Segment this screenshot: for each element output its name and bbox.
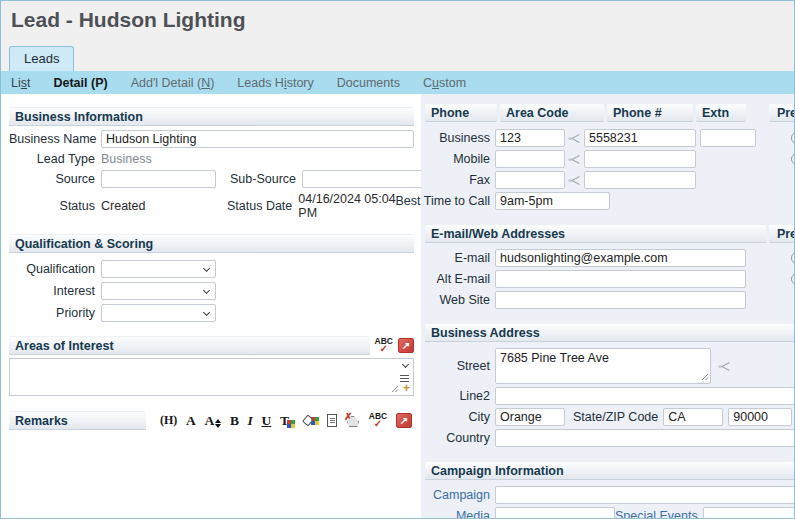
interest-label: Interest <box>9 284 101 298</box>
pref-header: Pref. <box>769 103 795 122</box>
best-time-input[interactable] <box>495 192 610 210</box>
source-label: Source <box>9 172 101 186</box>
business-name-input[interactable] <box>101 130 414 148</box>
section-campaign-information: Campaign Information <box>425 461 795 480</box>
media-input[interactable] <box>495 507 615 519</box>
clear-format-icon[interactable]: ✗ <box>346 414 360 427</box>
line2-label: Line2 <box>425 389 495 403</box>
qualification-label: Qualification <box>9 262 101 276</box>
fax-area-code-input[interactable] <box>495 171 565 189</box>
expand-icon[interactable]: ↗ <box>398 338 414 353</box>
html-icon[interactable]: (H) <box>160 413 177 428</box>
extn-header: Extn <box>696 103 746 122</box>
subtab-custom[interactable]: Custom <box>423 76 466 90</box>
country-input[interactable] <box>495 429 795 447</box>
chevron-down-icon[interactable] <box>402 361 409 368</box>
alt-email-input[interactable] <box>495 270 746 288</box>
font-icon[interactable]: A <box>186 413 196 428</box>
phone-number-header: Phone # <box>607 103 693 122</box>
business-phone-input[interactable] <box>584 129 696 147</box>
status-value: Created <box>101 199 212 213</box>
fax-label: Fax <box>425 173 495 187</box>
title-bar: Lead - Hudson Lighting <box>1 1 794 46</box>
priority-label: Priority <box>9 306 101 320</box>
city-input[interactable] <box>495 408 565 426</box>
font-size-icon[interactable]: A <box>204 413 221 428</box>
resize-grip-icon[interactable] <box>391 385 399 393</box>
business-pref-radio[interactable] <box>791 132 795 144</box>
text-color-icon[interactable]: T <box>280 413 295 428</box>
add-icon[interactable]: + <box>403 382 410 394</box>
subtab-detail[interactable]: Detail (P) <box>53 76 107 90</box>
status-label: Status <box>9 199 101 213</box>
section-remarks: Remarks <box>9 411 146 430</box>
web-site-label: Web Site <box>425 293 495 307</box>
section-email-web: E-mail/Web Addresses <box>425 224 766 243</box>
state-input[interactable] <box>663 408 723 426</box>
mobile-phone-label: Mobile <box>425 152 495 166</box>
chevron-down-icon <box>203 308 210 315</box>
line2-input[interactable] <box>495 387 795 405</box>
section-business-address: Business Address <box>425 323 795 342</box>
qualification-select[interactable] <box>101 260 216 278</box>
email-pref-header: Pref. <box>769 224 795 243</box>
alt-email-label: Alt E-mail <box>425 272 495 286</box>
mobile-phone-input[interactable] <box>584 150 696 168</box>
right-panel: Phone Area Code Phone # Extn Pref. Busin… <box>421 94 795 519</box>
campaign-input[interactable] <box>495 486 795 504</box>
highlight-color-icon[interactable] <box>304 416 319 425</box>
share-icon[interactable] <box>568 175 581 186</box>
best-time-row: Best Time to Call <box>425 192 795 210</box>
business-extn-input[interactable] <box>700 129 756 147</box>
special-events-input[interactable] <box>703 507 795 519</box>
italic-icon[interactable]: I <box>248 413 253 428</box>
subtab-addl-detail[interactable]: Add'l Detail (N) <box>131 76 215 90</box>
street-textarea[interactable]: 7685 Pine Tree Ave <box>495 348 711 384</box>
state-zip-label: State/ZIP Code <box>565 410 663 424</box>
page-title: Lead - Hudson Lighting <box>11 8 245 31</box>
special-events-label[interactable]: Special Events <box>615 509 703 519</box>
mobile-pref-radio[interactable] <box>791 153 795 165</box>
campaign-label[interactable]: Campaign <box>425 488 495 502</box>
share-icon[interactable] <box>568 154 581 165</box>
business-area-code-input[interactable] <box>495 129 565 147</box>
share-icon[interactable] <box>718 361 731 372</box>
section-qualification-scoring: Qualification & Scoring <box>9 234 414 253</box>
web-site-input[interactable] <box>495 291 746 309</box>
alt-email-pref-radio[interactable] <box>791 273 795 285</box>
section-areas-of-interest: Areas of Interest <box>9 336 370 355</box>
mobile-area-code-input[interactable] <box>495 150 565 168</box>
email-label: E-mail <box>425 251 495 265</box>
spellcheck-icon[interactable]: ABC✓ <box>375 337 393 354</box>
phone-row-mobile: Mobile <box>425 150 795 168</box>
left-panel: Business Information Business Name Lead … <box>1 94 414 519</box>
lead-type-label: Lead Type <box>9 152 101 166</box>
subtab-list[interactable]: List <box>11 76 30 90</box>
phone-row-business: Business <box>425 129 795 147</box>
subtab-documents[interactable]: Documents <box>337 76 400 90</box>
email-input[interactable] <box>495 249 746 267</box>
underline-icon[interactable]: U <box>262 413 272 428</box>
media-label[interactable]: Media <box>425 509 495 519</box>
expand-icon[interactable]: ↗ <box>396 413 412 428</box>
subtab-leads-history[interactable]: Leads History <box>237 76 313 90</box>
spellcheck-icon[interactable]: ABC✓ <box>369 412 387 429</box>
bold-icon[interactable]: B <box>230 413 239 428</box>
document-icon[interactable] <box>327 414 337 427</box>
areas-of-interest-textarea[interactable]: + <box>9 358 414 396</box>
remarks-toolbar: (H) A A B I U T ✗ ABC✓ ↗ <box>160 412 414 429</box>
sub-source-label: Sub-Source <box>216 172 302 186</box>
priority-select[interactable] <box>101 304 216 322</box>
business-phone-label: Business <box>425 131 495 145</box>
email-pref-radio[interactable] <box>791 252 795 264</box>
zip-input[interactable] <box>728 408 792 426</box>
fax-phone-input[interactable] <box>584 171 696 189</box>
tab-leads[interactable]: Leads <box>9 46 74 71</box>
list-icon[interactable] <box>400 375 409 376</box>
best-time-label: Best Time to Call <box>425 194 495 208</box>
source-input[interactable] <box>101 170 216 188</box>
city-label: City <box>425 410 495 424</box>
area-code-header: Area Code <box>500 103 604 122</box>
share-icon[interactable] <box>568 133 581 144</box>
interest-select[interactable] <box>101 282 216 300</box>
